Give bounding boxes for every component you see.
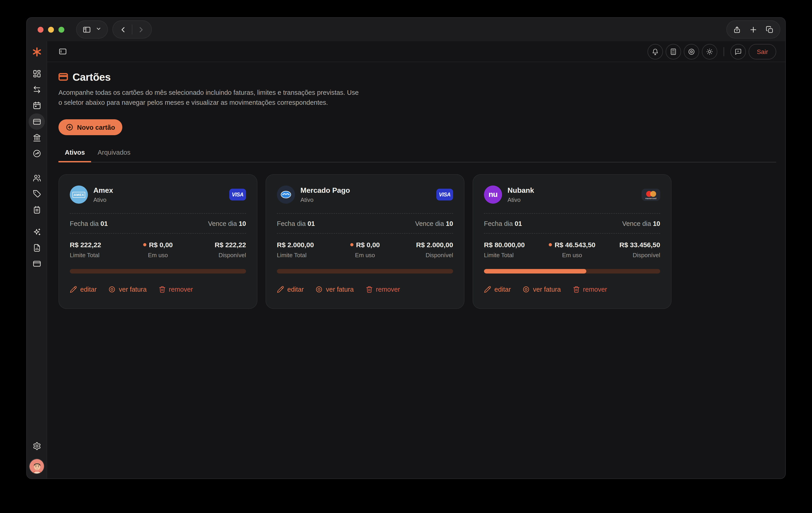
sidebar-item-bank[interactable] (32, 133, 41, 142)
sidebar-item-planning[interactable] (32, 206, 41, 214)
in-use-label: Em uso (355, 252, 375, 259)
divider (484, 233, 660, 234)
remove-card-action[interactable]: remover (573, 286, 607, 293)
remove-card-action[interactable]: remover (158, 286, 193, 293)
limit-label: Limite Total (70, 252, 101, 259)
sidebar (27, 41, 47, 479)
card-status: Ativo (93, 196, 113, 203)
traffic-lights (38, 27, 64, 32)
logout-button[interactable]: Sair (749, 44, 776, 59)
in-use-dot (350, 243, 353, 246)
divider (70, 233, 246, 234)
circle-dot-icon (523, 286, 530, 293)
due-day-label: Vence dia (622, 220, 651, 227)
card-name: Amex (93, 186, 113, 194)
in-use-dot (143, 243, 146, 246)
divider (277, 213, 453, 214)
sidebar-item-cards[interactable] (29, 113, 45, 130)
sidebar-item-investments[interactable] (32, 149, 41, 158)
in-use-label: Em uso (562, 252, 582, 259)
cards-grid: AMEX Amex Ativo VISA Fecha dia 01 Ven (58, 174, 776, 309)
in-use-value: R$ 0,00 (149, 241, 173, 248)
edit-card-action[interactable]: editar (484, 286, 511, 293)
due-day-label: Vence dia (208, 220, 237, 227)
close-day-value: 01 (308, 220, 315, 227)
card-nubank: nu Nubank Ativo mastercard (473, 174, 671, 309)
edit-card-action[interactable]: editar (70, 286, 97, 293)
pencil-icon (484, 286, 491, 293)
sidebar-item-transactions[interactable] (32, 85, 41, 94)
sidebar-item-dashboard[interactable] (32, 70, 41, 78)
trash-icon (366, 286, 373, 293)
available-value: R$ 222,22 (215, 241, 246, 248)
credit-card-icon (58, 71, 68, 83)
panel-toggle-icon[interactable] (58, 47, 67, 56)
in-use-value: R$ 0,00 (356, 241, 380, 248)
sidebar-item-tags[interactable] (32, 190, 41, 198)
tab-arquivados[interactable]: Arquivados (91, 149, 137, 162)
in-use-label: Em uso (148, 252, 168, 259)
nav-history-group (112, 20, 152, 38)
limit-value: R$ 2.000,00 (277, 241, 314, 248)
titlebar (27, 18, 785, 41)
in-use-value: R$ 46.543,50 (555, 241, 596, 248)
close-day-label: Fecha dia (277, 220, 306, 227)
amex-avatar: AMEX (70, 186, 88, 204)
card-status: Ativo (508, 196, 534, 203)
mercado-pago-avatar (277, 186, 295, 204)
app-header: Sair (47, 41, 785, 62)
available-label: Disponível (426, 252, 453, 259)
remove-card-action[interactable]: remover (366, 286, 400, 293)
notifications-bell-icon[interactable] (647, 44, 663, 59)
sidebar-toggle-group[interactable] (76, 20, 108, 38)
zoom-window-button[interactable] (58, 27, 64, 32)
close-window-button[interactable] (38, 27, 44, 32)
new-tab-icon[interactable] (749, 25, 758, 34)
due-day-value: 10 (239, 220, 246, 227)
theme-sun-icon[interactable] (702, 44, 717, 59)
divider (484, 213, 660, 214)
user-avatar[interactable] (29, 459, 45, 474)
app-window: Sair Cartões Acompanhe todas os cartões … (26, 17, 786, 479)
page-description: Acompanhe todas os cartões do mês seleci… (58, 88, 363, 108)
calculator-icon[interactable] (666, 44, 681, 59)
view-invoice-action[interactable]: ver fatura (316, 286, 354, 293)
close-day-label: Fecha dia (70, 220, 98, 227)
limit-label: Limite Total (277, 252, 314, 259)
tab-overview-icon[interactable] (765, 25, 774, 34)
sidebar-item-ai-assistant[interactable] (32, 228, 41, 236)
sidebar-panel-icon[interactable] (83, 25, 91, 34)
feedback-chat-icon[interactable] (730, 44, 746, 59)
chevron-down-icon[interactable] (96, 25, 102, 33)
circle-dot-icon (316, 286, 323, 293)
pencil-icon (277, 286, 284, 293)
settings-gear-icon[interactable] (32, 442, 41, 451)
new-card-button[interactable]: Novo cartão (58, 119, 122, 135)
available-value: R$ 33.456,50 (619, 241, 660, 248)
card-amex: AMEX Amex Ativo VISA Fecha dia 01 Ven (58, 174, 257, 309)
available-label: Disponível (633, 252, 660, 259)
card-name: Mercado Pago (300, 186, 350, 194)
pencil-icon (70, 286, 77, 293)
privacy-eye-icon[interactable] (684, 44, 699, 59)
cards-page: Cartões Acompanhe todas os cartões do mê… (47, 62, 785, 479)
app-logo-asterisk-icon[interactable] (31, 47, 42, 59)
limit-value: R$ 80.000,00 (484, 241, 525, 248)
sidebar-item-accounts[interactable] (32, 260, 41, 268)
view-invoice-action[interactable]: ver fatura (523, 286, 561, 293)
tab-ativos[interactable]: Ativos (58, 149, 91, 162)
view-invoice-action[interactable]: ver fatura (109, 286, 147, 293)
limit-label: Limite Total (484, 252, 525, 259)
divider (724, 47, 724, 56)
minimize-window-button[interactable] (48, 27, 54, 32)
sidebar-item-contacts[interactable] (32, 174, 41, 182)
sidebar-item-reports[interactable] (32, 244, 41, 252)
close-day-value: 01 (515, 220, 522, 227)
back-icon[interactable] (119, 25, 127, 34)
forward-icon[interactable] (137, 25, 145, 34)
edit-card-action[interactable]: editar (277, 286, 304, 293)
divider (132, 25, 132, 34)
in-use-dot (549, 243, 552, 246)
share-icon[interactable] (733, 25, 741, 34)
sidebar-item-calendar[interactable] (32, 101, 41, 110)
